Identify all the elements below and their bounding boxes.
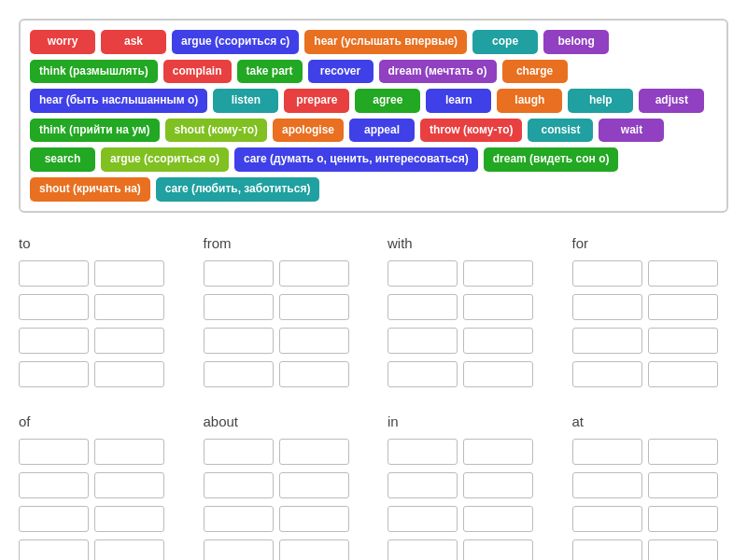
drop-box[interactable] <box>279 294 349 320</box>
drop-box[interactable] <box>463 506 533 532</box>
drop-box[interactable] <box>648 439 718 465</box>
drop-box[interactable] <box>19 294 89 320</box>
drop-box[interactable] <box>463 294 533 320</box>
drop-box[interactable] <box>388 260 458 287</box>
drop-box[interactable] <box>204 361 274 387</box>
drop-box[interactable] <box>572 328 642 354</box>
word-chip[interactable]: shout (кричать на) <box>30 177 150 202</box>
drop-box[interactable] <box>388 439 458 465</box>
word-chip[interactable]: prepare <box>284 89 349 113</box>
drop-box[interactable] <box>279 539 349 560</box>
drop-box[interactable] <box>19 472 89 498</box>
word-chip[interactable]: learn <box>426 89 491 113</box>
drop-box[interactable] <box>94 294 164 320</box>
drop-box[interactable] <box>648 472 718 498</box>
drop-box[interactable] <box>388 539 458 560</box>
word-chip[interactable]: ask <box>101 30 166 54</box>
drop-box[interactable] <box>19 361 89 387</box>
drop-box[interactable] <box>94 361 164 387</box>
word-chip[interactable]: care (любить, заботиться) <box>156 177 320 202</box>
drop-box[interactable] <box>279 472 349 498</box>
word-chip[interactable]: recover <box>308 60 374 84</box>
drop-box[interactable] <box>388 361 458 387</box>
drop-box[interactable] <box>648 328 718 354</box>
word-chip[interactable]: appeal <box>349 119 415 143</box>
drop-box[interactable] <box>94 260 164 287</box>
drop-box[interactable] <box>463 539 533 560</box>
drop-box[interactable] <box>572 439 642 465</box>
drop-box[interactable] <box>572 260 642 287</box>
drop-box[interactable] <box>94 539 164 560</box>
drop-box[interactable] <box>463 361 533 387</box>
word-chip[interactable]: charge <box>502 60 568 84</box>
word-chip[interactable]: adjust <box>639 89 704 113</box>
word-chip[interactable]: take part <box>237 60 303 84</box>
drop-box[interactable] <box>572 294 642 320</box>
drop-box[interactable] <box>204 506 274 532</box>
word-chip[interactable]: care (думать о, ценить, интересоваться) <box>234 147 478 172</box>
drop-box[interactable] <box>204 294 274 320</box>
drop-row <box>388 472 544 498</box>
word-chip[interactable]: agree <box>355 89 420 113</box>
word-chip[interactable]: dream (мечтать о) <box>379 60 497 84</box>
drop-box[interactable] <box>388 506 458 532</box>
drop-box[interactable] <box>279 506 349 532</box>
drop-box[interactable] <box>204 472 274 498</box>
drop-box[interactable] <box>463 260 533 287</box>
drop-box[interactable] <box>19 506 89 532</box>
word-chip[interactable]: wait <box>599 119 664 143</box>
drop-box[interactable] <box>19 260 89 287</box>
drop-box[interactable] <box>648 506 718 532</box>
drop-box[interactable] <box>279 328 349 354</box>
drop-box[interactable] <box>204 328 274 354</box>
word-chip[interactable]: consist <box>528 119 593 143</box>
drop-box[interactable] <box>94 328 164 354</box>
drop-box[interactable] <box>204 439 274 465</box>
word-chip[interactable]: hear (услышать впервые) <box>304 30 467 54</box>
drop-box[interactable] <box>463 439 533 465</box>
word-chip[interactable]: argue (ссориться о) <box>101 147 229 172</box>
drop-box[interactable] <box>648 294 718 320</box>
word-chip[interactable]: throw (кому-то) <box>420 119 522 143</box>
drop-box[interactable] <box>572 539 642 560</box>
drop-box[interactable] <box>19 539 89 560</box>
drop-box[interactable] <box>94 472 164 498</box>
word-chip[interactable]: shout (кому-то) <box>165 119 267 143</box>
drop-box[interactable] <box>204 260 274 287</box>
drop-box[interactable] <box>94 506 164 532</box>
word-chip[interactable]: help <box>568 89 633 113</box>
drop-row <box>19 472 176 498</box>
drop-box[interactable] <box>572 361 642 387</box>
drop-box[interactable] <box>388 328 458 354</box>
drop-box[interactable] <box>572 472 642 498</box>
drop-box[interactable] <box>279 439 349 465</box>
drop-box[interactable] <box>388 294 458 320</box>
drop-box[interactable] <box>463 328 533 354</box>
word-chip[interactable]: apologise <box>273 119 344 143</box>
drop-row <box>19 539 176 560</box>
word-chip[interactable]: think (прийти на ум) <box>30 119 160 143</box>
drop-box[interactable] <box>279 361 349 387</box>
drop-box[interactable] <box>19 439 89 465</box>
word-chip[interactable]: listen <box>213 89 278 113</box>
word-chip[interactable]: think (размышлять) <box>30 60 158 84</box>
word-chip[interactable]: dream (видеть сон о) <box>484 147 619 172</box>
drop-box[interactable] <box>648 260 718 287</box>
word-chip[interactable]: laugh <box>497 89 562 113</box>
word-chip[interactable]: cope <box>472 30 538 54</box>
word-chip[interactable]: search <box>30 147 95 172</box>
drop-box[interactable] <box>204 539 274 560</box>
drop-box[interactable] <box>279 260 349 287</box>
drop-box[interactable] <box>388 472 458 498</box>
drop-box[interactable] <box>648 539 718 560</box>
drop-box[interactable] <box>572 506 642 532</box>
word-chip[interactable]: worry <box>30 30 95 54</box>
word-chip[interactable]: hear (быть наслышанным о) <box>30 89 207 113</box>
drop-box[interactable] <box>94 439 164 465</box>
drop-box[interactable] <box>463 472 533 498</box>
word-chip[interactable]: complain <box>163 60 232 84</box>
drop-box[interactable] <box>19 328 89 354</box>
word-chip[interactable]: argue (ссориться с) <box>172 30 299 54</box>
word-chip[interactable]: belong <box>543 30 609 54</box>
drop-box[interactable] <box>648 361 718 387</box>
